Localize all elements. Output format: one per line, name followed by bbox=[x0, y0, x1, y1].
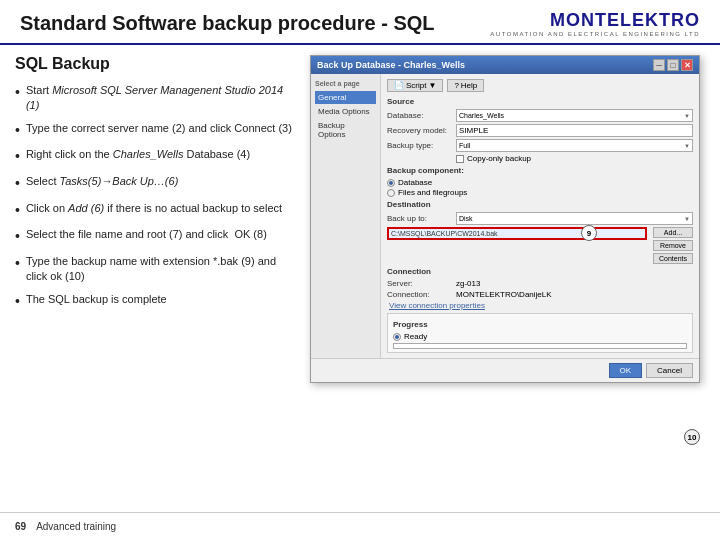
page-title: Standard Software backup procedure - SQL bbox=[20, 12, 435, 35]
path-row: C:\MSSQL\BACKUP\CW2014.bak Add... Remove… bbox=[387, 227, 693, 264]
list-item: The SQL backup is complete bbox=[15, 292, 295, 312]
database-row: Database: Charles_Wells bbox=[387, 109, 693, 122]
badge-9: 9 bbox=[581, 225, 597, 241]
recovery-row: Recovery model: SIMPLE bbox=[387, 124, 693, 137]
view-connection-link[interactable]: View connection properties bbox=[387, 301, 693, 310]
backup-to-row: Back up to: Disk bbox=[387, 212, 693, 225]
source-label: Source bbox=[387, 97, 693, 106]
database-label: Database: bbox=[387, 111, 452, 120]
radio-files-circle bbox=[387, 189, 395, 197]
radio-database-circle bbox=[387, 179, 395, 187]
radio-files[interactable]: Files and filegroups bbox=[387, 188, 693, 197]
sidebar-item-general[interactable]: General bbox=[315, 91, 376, 104]
connection-field-label: Connection: bbox=[387, 290, 452, 299]
list-item: Select Tasks(5)→Back Up…(6) bbox=[15, 174, 295, 194]
toolbar: 📄 Script ▼ ? Help bbox=[387, 79, 693, 92]
server-row: Server: zg-013 bbox=[387, 279, 693, 288]
help-button[interactable]: ? Help bbox=[447, 79, 484, 92]
section-title: SQL Backup bbox=[15, 55, 295, 73]
destination-label: Destination bbox=[387, 200, 693, 209]
progress-label: Progress bbox=[393, 320, 687, 329]
backup-type-label: Backup type: bbox=[387, 141, 452, 150]
bullet-list: Start Microsoft SQL Server Managenent St… bbox=[15, 83, 295, 311]
logo-name: MONTELEKTRO bbox=[550, 10, 700, 31]
list-item: Start Microsoft SQL Server Managenent St… bbox=[15, 83, 295, 114]
backup-type-select[interactable]: Full bbox=[456, 139, 693, 152]
backup-type-row: Backup type: Full bbox=[387, 139, 693, 152]
script-icon: 📄 bbox=[394, 81, 404, 90]
list-item: Select the file name and root (7) and cl… bbox=[15, 227, 295, 247]
connection-value: MONTELEKTRO\DanijeLK bbox=[456, 290, 552, 299]
badge-10: 10 bbox=[684, 429, 700, 445]
list-item: Type the backup name with extension *.ba… bbox=[15, 254, 295, 285]
main-content: SQL Backup Start Microsoft SQL Server Ma… bbox=[0, 45, 720, 507]
dialog-titlebar: Back Up Database - Charles_Wells ─ □ ✕ bbox=[311, 56, 699, 74]
progress-section: Progress Ready bbox=[387, 313, 693, 353]
server-label: Server: bbox=[387, 279, 452, 288]
backup-to-label: Back up to: bbox=[387, 214, 452, 223]
help-icon: ? bbox=[454, 81, 458, 90]
connection-section-label: Connection bbox=[387, 267, 693, 276]
right-panel: Back Up Database - Charles_Wells ─ □ ✕ S… bbox=[310, 55, 705, 477]
dialog-main: 📄 Script ▼ ? Help Source Database: bbox=[381, 74, 699, 358]
radio-group: Database Files and filegroups bbox=[387, 178, 693, 197]
maximize-button[interactable]: □ bbox=[667, 59, 679, 71]
ready-status: Ready bbox=[393, 332, 687, 341]
copy-only-checkbox[interactable]: Copy-only backup bbox=[456, 154, 531, 163]
dialog-window: Back Up Database - Charles_Wells ─ □ ✕ S… bbox=[310, 55, 700, 383]
database-select[interactable]: Charles_Wells bbox=[456, 109, 693, 122]
radio-database[interactable]: Database bbox=[387, 178, 693, 187]
cancel-button[interactable]: Cancel bbox=[646, 363, 693, 378]
footer-label: Advanced training bbox=[36, 521, 116, 532]
dest-buttons: Add... Remove Contents bbox=[653, 227, 693, 264]
recovery-value: SIMPLE bbox=[456, 124, 693, 137]
remove-button[interactable]: Remove bbox=[653, 240, 693, 251]
dialog-sidebar: Select a page General Media Options Back… bbox=[311, 74, 381, 358]
dialog-title: Back Up Database - Charles_Wells bbox=[317, 60, 465, 70]
recovery-label: Recovery model: bbox=[387, 126, 452, 135]
close-button[interactable]: ✕ bbox=[681, 59, 693, 71]
ready-radio bbox=[393, 333, 401, 341]
list-item: Type the correct server name (2) and cli… bbox=[15, 121, 295, 141]
copy-only-row: Copy-only backup bbox=[387, 154, 693, 163]
sidebar-item-media[interactable]: Media Options bbox=[315, 105, 376, 118]
ok-button[interactable]: OK bbox=[609, 363, 643, 378]
logo-area: MONTELEKTRO AUTOMATION AND ELECTRICAL EN… bbox=[490, 10, 700, 37]
backup-component-label: Backup component: bbox=[387, 166, 693, 175]
sidebar-item-backup-options[interactable]: Backup Options bbox=[315, 119, 376, 141]
contents-button[interactable]: Contents bbox=[653, 253, 693, 264]
page-number: 69 bbox=[15, 521, 26, 532]
add-button[interactable]: Add... bbox=[653, 227, 693, 238]
left-panel: SQL Backup Start Microsoft SQL Server Ma… bbox=[15, 55, 295, 477]
dialog-footer: OK Cancel bbox=[311, 358, 699, 382]
titlebar-buttons: ─ □ ✕ bbox=[653, 59, 693, 71]
list-item: Click on Add (6) if there is no actual b… bbox=[15, 201, 295, 221]
backup-to-select[interactable]: Disk bbox=[456, 212, 693, 225]
destination-path[interactable]: C:\MSSQL\BACKUP\CW2014.bak bbox=[387, 227, 647, 240]
server-value: zg-013 bbox=[456, 279, 480, 288]
page-footer: 69 Advanced training bbox=[0, 512, 720, 540]
dialog-body: Select a page General Media Options Back… bbox=[311, 74, 699, 358]
list-item: Right click on the Charles_Wells Databas… bbox=[15, 147, 295, 167]
script-button[interactable]: 📄 Script ▼ bbox=[387, 79, 443, 92]
copy-only-box bbox=[456, 155, 464, 163]
header: Standard Software backup procedure - SQL… bbox=[0, 0, 720, 45]
minimize-button[interactable]: ─ bbox=[653, 59, 665, 71]
logo-sub: AUTOMATION AND ELECTRICAL ENGINEERING LT… bbox=[490, 31, 700, 37]
progress-bar bbox=[393, 343, 687, 349]
connection-row: Connection: MONTELEKTRO\DanijeLK bbox=[387, 290, 693, 299]
sidebar-label: Select a page bbox=[315, 80, 376, 87]
